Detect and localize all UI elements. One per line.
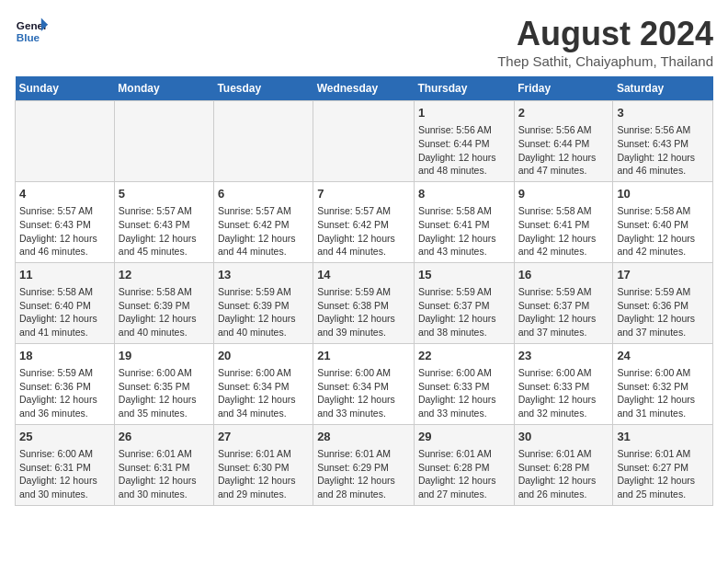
calendar-cell: 13Sunrise: 5:59 AM Sunset: 6:39 PM Dayli…: [213, 262, 313, 343]
day-info: Sunrise: 5:57 AM Sunset: 6:43 PM Dayligh…: [119, 204, 210, 259]
day-number: 10: [617, 186, 709, 202]
calendar-week-5: 25Sunrise: 6:00 AM Sunset: 6:31 PM Dayli…: [16, 424, 713, 505]
day-number: 18: [19, 348, 110, 364]
calendar-cell: 29Sunrise: 6:01 AM Sunset: 6:28 PM Dayli…: [414, 424, 514, 505]
day-number: 15: [418, 267, 510, 283]
calendar-cell: 10Sunrise: 5:58 AM Sunset: 6:40 PM Dayli…: [613, 181, 713, 262]
svg-text:Blue: Blue: [17, 31, 40, 43]
day-info: Sunrise: 5:59 AM Sunset: 6:38 PM Dayligh…: [317, 285, 410, 339]
calendar-cell: [213, 101, 313, 182]
calendar-cell: 8Sunrise: 5:58 AM Sunset: 6:41 PM Daylig…: [414, 181, 514, 262]
header-cell-tuesday: Tuesday: [213, 76, 313, 101]
day-number: 30: [518, 429, 609, 445]
day-number: 7: [317, 186, 410, 202]
calendar-cell: 6Sunrise: 5:57 AM Sunset: 6:42 PM Daylig…: [213, 181, 313, 262]
day-info: Sunrise: 6:00 AM Sunset: 6:32 PM Dayligh…: [617, 366, 709, 420]
header-cell-wednesday: Wednesday: [313, 76, 415, 101]
day-info: Sunrise: 6:00 AM Sunset: 6:33 PM Dayligh…: [518, 366, 609, 420]
calendar-cell: 25Sunrise: 6:00 AM Sunset: 6:31 PM Dayli…: [16, 424, 115, 505]
calendar-cell: 27Sunrise: 6:01 AM Sunset: 6:30 PM Dayli…: [213, 424, 313, 505]
day-info: Sunrise: 5:57 AM Sunset: 6:43 PM Dayligh…: [19, 204, 110, 259]
day-number: 5: [119, 186, 210, 202]
day-info: Sunrise: 6:01 AM Sunset: 6:28 PM Dayligh…: [518, 447, 609, 501]
calendar-week-4: 18Sunrise: 5:59 AM Sunset: 6:36 PM Dayli…: [16, 343, 713, 424]
day-number: 23: [518, 348, 609, 364]
day-info: Sunrise: 5:59 AM Sunset: 6:36 PM Dayligh…: [617, 285, 709, 339]
title-area: August 2024 Thep Sathit, Chaiyaphum, Tha…: [497, 15, 713, 69]
day-number: 9: [518, 186, 609, 202]
day-number: 22: [418, 348, 510, 364]
day-number: 11: [19, 267, 110, 283]
day-info: Sunrise: 6:01 AM Sunset: 6:27 PM Dayligh…: [617, 447, 709, 501]
day-number: 14: [317, 267, 410, 283]
day-info: Sunrise: 6:01 AM Sunset: 6:31 PM Dayligh…: [119, 447, 210, 501]
day-info: Sunrise: 5:59 AM Sunset: 6:36 PM Dayligh…: [19, 366, 110, 420]
calendar-cell: [16, 101, 115, 182]
calendar-cell: 14Sunrise: 5:59 AM Sunset: 6:38 PM Dayli…: [313, 262, 415, 343]
day-number: 16: [518, 267, 609, 283]
calendar-header: SundayMondayTuesdayWednesdayThursdayFrid…: [16, 76, 713, 101]
day-number: 29: [418, 429, 510, 445]
calendar-cell: 3Sunrise: 5:56 AM Sunset: 6:43 PM Daylig…: [613, 101, 713, 182]
logo-icon: General Blue: [15, 15, 48, 48]
logo: General Blue: [15, 15, 48, 48]
day-number: 2: [518, 105, 609, 121]
calendar-cell: 26Sunrise: 6:01 AM Sunset: 6:31 PM Dayli…: [114, 424, 213, 505]
calendar-cell: 24Sunrise: 6:00 AM Sunset: 6:32 PM Dayli…: [613, 343, 713, 424]
calendar-week-1: 1Sunrise: 5:56 AM Sunset: 6:44 PM Daylig…: [16, 101, 713, 182]
calendar-week-3: 11Sunrise: 5:58 AM Sunset: 6:40 PM Dayli…: [16, 262, 713, 343]
day-number: 28: [317, 429, 410, 445]
calendar-cell: 17Sunrise: 5:59 AM Sunset: 6:36 PM Dayli…: [613, 262, 713, 343]
calendar-body: 1Sunrise: 5:56 AM Sunset: 6:44 PM Daylig…: [16, 101, 713, 506]
page-subtitle: Thep Sathit, Chaiyaphum, Thailand: [497, 53, 713, 69]
calendar-cell: 21Sunrise: 6:00 AM Sunset: 6:34 PM Dayli…: [313, 343, 415, 424]
calendar-cell: 19Sunrise: 6:00 AM Sunset: 6:35 PM Dayli…: [114, 343, 213, 424]
day-number: 3: [617, 105, 709, 121]
calendar-cell: 28Sunrise: 6:01 AM Sunset: 6:29 PM Dayli…: [313, 424, 415, 505]
page-title: August 2024: [497, 15, 713, 53]
day-number: 31: [617, 429, 709, 445]
day-info: Sunrise: 5:58 AM Sunset: 6:41 PM Dayligh…: [418, 204, 510, 259]
header-row: SundayMondayTuesdayWednesdayThursdayFrid…: [16, 76, 713, 101]
day-info: Sunrise: 5:58 AM Sunset: 6:40 PM Dayligh…: [617, 204, 709, 259]
day-info: Sunrise: 5:57 AM Sunset: 6:42 PM Dayligh…: [218, 204, 309, 259]
header-cell-sunday: Sunday: [16, 76, 115, 101]
day-info: Sunrise: 6:01 AM Sunset: 6:28 PM Dayligh…: [418, 447, 510, 501]
calendar-cell: 4Sunrise: 5:57 AM Sunset: 6:43 PM Daylig…: [16, 181, 115, 262]
day-info: Sunrise: 5:58 AM Sunset: 6:39 PM Dayligh…: [119, 285, 210, 339]
calendar-cell: [114, 101, 213, 182]
day-number: 24: [617, 348, 709, 364]
calendar-week-2: 4Sunrise: 5:57 AM Sunset: 6:43 PM Daylig…: [16, 181, 713, 262]
day-info: Sunrise: 6:00 AM Sunset: 6:33 PM Dayligh…: [418, 366, 510, 420]
calendar-cell: 31Sunrise: 6:01 AM Sunset: 6:27 PM Dayli…: [613, 424, 713, 505]
day-number: 26: [119, 429, 210, 445]
calendar-cell: 30Sunrise: 6:01 AM Sunset: 6:28 PM Dayli…: [514, 424, 613, 505]
day-number: 1: [418, 105, 510, 121]
calendar-cell: 23Sunrise: 6:00 AM Sunset: 6:33 PM Dayli…: [514, 343, 613, 424]
calendar-cell: [313, 101, 415, 182]
calendar-cell: 1Sunrise: 5:56 AM Sunset: 6:44 PM Daylig…: [414, 101, 514, 182]
calendar-cell: 5Sunrise: 5:57 AM Sunset: 6:43 PM Daylig…: [114, 181, 213, 262]
calendar-cell: 16Sunrise: 5:59 AM Sunset: 6:37 PM Dayli…: [514, 262, 613, 343]
day-number: 13: [218, 267, 309, 283]
day-number: 8: [418, 186, 510, 202]
calendar-table: SundayMondayTuesdayWednesdayThursdayFrid…: [15, 76, 713, 506]
calendar-cell: 20Sunrise: 6:00 AM Sunset: 6:34 PM Dayli…: [213, 343, 313, 424]
calendar-cell: 9Sunrise: 5:58 AM Sunset: 6:41 PM Daylig…: [514, 181, 613, 262]
day-info: Sunrise: 5:58 AM Sunset: 6:41 PM Dayligh…: [518, 204, 609, 259]
day-info: Sunrise: 5:59 AM Sunset: 6:39 PM Dayligh…: [218, 285, 309, 339]
day-number: 6: [218, 186, 309, 202]
day-number: 25: [19, 429, 110, 445]
day-info: Sunrise: 5:59 AM Sunset: 6:37 PM Dayligh…: [418, 285, 510, 339]
day-info: Sunrise: 6:01 AM Sunset: 6:29 PM Dayligh…: [317, 447, 410, 501]
day-info: Sunrise: 6:00 AM Sunset: 6:35 PM Dayligh…: [119, 366, 210, 420]
day-number: 27: [218, 429, 309, 445]
day-info: Sunrise: 5:56 AM Sunset: 6:44 PM Dayligh…: [418, 123, 510, 178]
day-number: 21: [317, 348, 410, 364]
calendar-cell: 18Sunrise: 5:59 AM Sunset: 6:36 PM Dayli…: [16, 343, 115, 424]
day-number: 4: [19, 186, 110, 202]
day-info: Sunrise: 6:00 AM Sunset: 6:34 PM Dayligh…: [317, 366, 410, 420]
header-cell-saturday: Saturday: [613, 76, 713, 101]
day-info: Sunrise: 5:57 AM Sunset: 6:42 PM Dayligh…: [317, 204, 410, 259]
day-info: Sunrise: 5:56 AM Sunset: 6:44 PM Dayligh…: [518, 123, 609, 178]
